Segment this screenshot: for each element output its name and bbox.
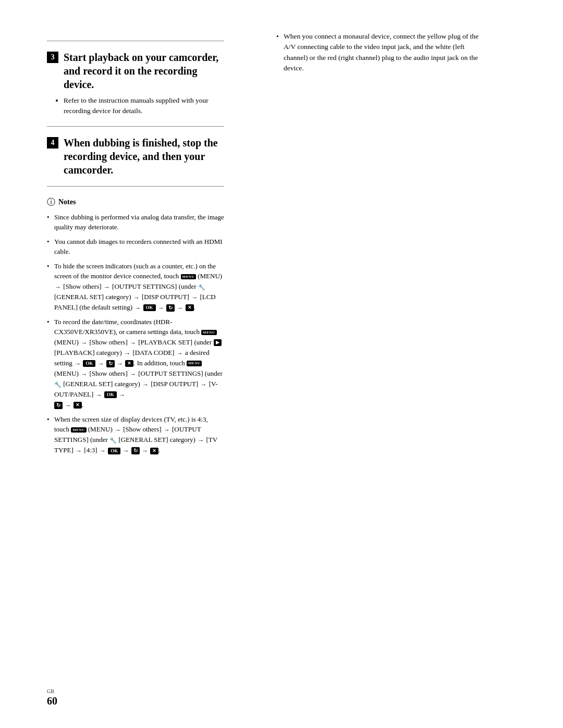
ok-btn-1: OK xyxy=(143,304,156,311)
ok-btn-3: OK xyxy=(104,391,117,398)
step-3-bullets: Refer to the instruction manuals supplie… xyxy=(47,95,224,117)
step-4-header: 4 When dubbing is finished, stop the rec… xyxy=(47,136,224,177)
wrench-icon-3: 🔧 xyxy=(109,437,117,443)
right-bullet-1: When you connect a monaural device, conn… xyxy=(276,31,480,73)
note-4: To record the date/time, coordinates (HD… xyxy=(47,317,224,410)
step-3-title: Start playback on your camcorder, and re… xyxy=(64,51,224,91)
note-5: When the screen size of display devices … xyxy=(47,414,224,456)
x-btn-4: ✕ xyxy=(150,448,158,454)
back-btn-1: ↻ xyxy=(166,304,175,312)
notes-list: Since dubbing is performed via analog da… xyxy=(47,212,224,456)
menu-icon-3: MENU xyxy=(187,361,202,366)
ok-btn-2: OK xyxy=(83,360,95,367)
step-3-bullet-1: Refer to the instruction manuals supplie… xyxy=(64,95,224,117)
wrench-icon-1: 🔧 xyxy=(198,283,205,290)
back-btn-4: ↻ xyxy=(131,447,140,454)
x-btn-2: ✕ xyxy=(125,360,133,367)
back-btn-3: ↻ xyxy=(54,402,63,409)
top-divider xyxy=(47,41,224,41)
right-column: When you connect a monaural device, conn… xyxy=(255,31,511,697)
notes-label: Notes xyxy=(58,198,76,206)
back-btn-2: ↻ xyxy=(106,360,115,367)
note-2: You cannot dub images to recorders conne… xyxy=(47,237,224,257)
step-3-header: 3 Start playback on your camcorder, and … xyxy=(47,51,224,91)
notes-header: ⓘ Notes xyxy=(47,197,224,208)
step-4-number: 4 xyxy=(47,137,58,149)
menu-icon-2: MENU xyxy=(201,330,216,335)
note-3: To hide the screen indicators (such as a… xyxy=(47,261,224,313)
menu-icon-4: MENU xyxy=(71,427,86,433)
x-btn-3: ✕ xyxy=(74,402,82,409)
bottom-divider xyxy=(47,186,224,187)
playback-icon-1: ▶ xyxy=(214,339,222,346)
note-1: Since dubbing is performed via analog da… xyxy=(47,212,224,232)
step-4-block: 4 When dubbing is finished, stop the rec… xyxy=(47,136,224,177)
step-3-block: 3 Start playback on your camcorder, and … xyxy=(47,51,224,117)
middle-divider xyxy=(47,126,224,127)
page-footer: GB 60 xyxy=(47,688,532,707)
footer-label: GB xyxy=(47,688,532,694)
step-4-title: When dubbing is finished, stop the recor… xyxy=(64,136,224,177)
notes-section: ⓘ Notes Since dubbing is performed via a… xyxy=(47,197,224,456)
step-3-number: 3 xyxy=(47,52,58,63)
left-column: 3 Start playback on your camcorder, and … xyxy=(0,31,255,697)
notes-icon: ⓘ xyxy=(47,197,55,208)
wrench-icon-2: 🔧 xyxy=(54,381,62,387)
right-bullet-list: When you connect a monaural device, conn… xyxy=(276,31,480,73)
menu-icon-1: MENU xyxy=(181,274,196,279)
ok-btn-4: OK xyxy=(108,448,120,454)
page-number: 60 xyxy=(47,695,532,707)
x-btn-1: ✕ xyxy=(186,304,194,311)
